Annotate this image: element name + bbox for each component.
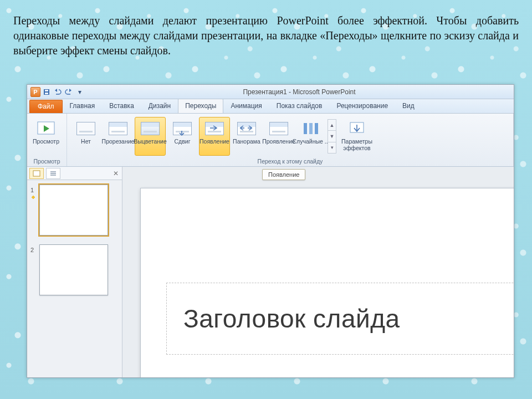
svg-rect-2	[45, 93, 48, 94]
group-label-preview: Просмотр	[27, 157, 66, 166]
slide-number: 1	[30, 186, 36, 193]
tab-file[interactable]: Файл	[29, 100, 63, 113]
transition-cut-icon	[107, 120, 129, 137]
ribbon-group-preview: Просмотр Просмотр	[27, 114, 67, 166]
slides-tab-icon[interactable]	[29, 168, 44, 179]
ribbon: Просмотр Просмотр Нет Прорезание Выцвета…	[27, 114, 514, 167]
slide-panel-tabs: ✕	[27, 167, 122, 180]
outline-tab-icon[interactable]	[46, 168, 60, 179]
transition-split[interactable]: Панорама	[231, 117, 262, 156]
tab-home[interactable]: Главная	[63, 99, 103, 113]
transition-label: Проявление	[262, 139, 295, 145]
preview-button-label: Просмотр	[33, 139, 59, 145]
title-placeholder[interactable]: Заголовок слайда	[166, 283, 514, 355]
redo-icon[interactable]	[64, 87, 74, 97]
instruction-caption: Переходы между слайдами делают презентац…	[13, 13, 519, 58]
app-icon[interactable]: P	[30, 87, 40, 97]
tab-transitions[interactable]: Переходы	[178, 99, 223, 113]
transition-label: Прорезание	[102, 139, 135, 145]
effect-options-button[interactable]: Параметры эффектов	[337, 117, 376, 156]
transition-reveal-icon	[268, 120, 290, 137]
slide-canvas[interactable]: Заголовок слайда	[140, 188, 514, 377]
transition-random-icon	[300, 120, 322, 137]
transition-none[interactable]: Нет	[70, 117, 101, 156]
slide-indicator: 1	[30, 185, 36, 236]
slide-panel: ✕ 1 2	[27, 167, 122, 377]
svg-rect-1	[45, 90, 48, 91]
transition-label: Случайные ...	[293, 139, 330, 145]
group-label-transitions: Переход к этому слайду	[67, 157, 513, 166]
slide-number: 2	[30, 245, 36, 253]
transition-fade-icon	[139, 120, 161, 137]
tab-animation[interactable]: Анимация	[223, 99, 269, 113]
svg-rect-8	[33, 171, 40, 176]
transition-fade[interactable]: Выцветание	[135, 117, 166, 156]
tab-insert[interactable]: Вставка	[102, 99, 141, 113]
transition-label: Появление	[200, 139, 229, 145]
slide-thumbnails: 1 2	[27, 180, 122, 377]
slide-indicator: 2	[30, 244, 36, 295]
slide-thumbnail-1[interactable]: 1	[30, 185, 119, 236]
quick-access-toolbar: P ▾	[27, 87, 85, 97]
svg-rect-6	[315, 123, 318, 134]
panel-close-icon[interactable]: ✕	[113, 170, 119, 177]
title-bar: P ▾ Презентация1 - Microsoft PowerPoint	[27, 85, 514, 99]
ribbon-tabs: Файл Главная Вставка Дизайн Переходы Ани…	[27, 99, 514, 114]
transition-label: Панорама	[233, 139, 260, 145]
qat-customize-icon[interactable]: ▾	[75, 87, 85, 97]
tab-slideshow[interactable]: Показ слайдов	[269, 99, 330, 113]
transition-appear-icon	[203, 120, 226, 137]
transition-none-icon	[75, 120, 97, 137]
transition-split-icon	[236, 120, 258, 137]
powerpoint-window: P ▾ Презентация1 - Microsoft PowerPoint …	[27, 84, 514, 378]
undo-icon[interactable]	[53, 87, 63, 97]
svg-rect-4	[304, 123, 307, 134]
preview-button[interactable]: Просмотр	[30, 117, 62, 156]
transition-cut[interactable]: Прорезание	[103, 117, 134, 156]
effect-options-icon	[346, 120, 368, 137]
transition-indicator-icon	[30, 195, 36, 200]
tab-design[interactable]: Дизайн	[141, 99, 178, 113]
preview-icon	[35, 120, 57, 137]
transition-tooltip: Появление	[262, 169, 305, 180]
tab-review[interactable]: Рецензирование	[329, 99, 395, 113]
transition-reveal[interactable]: Проявление	[263, 117, 294, 156]
effect-options-label: Параметры эффектов	[338, 139, 376, 151]
tab-view[interactable]: Вид	[395, 99, 422, 113]
transition-label: Нет	[81, 139, 91, 145]
title-placeholder-text: Заголовок слайда	[183, 304, 400, 334]
ribbon-group-transitions: Нет Прорезание Выцветание Сдвиг	[67, 114, 514, 166]
transition-appear[interactable]: Появление	[199, 117, 230, 156]
slide-editor: Появление Заголовок слайда	[122, 167, 514, 377]
transition-random[interactable]: Случайные ...	[295, 117, 326, 156]
transition-label: Выцветание	[134, 139, 167, 145]
gallery-scroll[interactable]: ▲ ▼ ▾	[328, 119, 336, 154]
slide-mini[interactable]	[39, 185, 108, 236]
transition-label: Сдвиг	[175, 139, 191, 145]
window-title: Презентация1 - Microsoft PowerPoint	[85, 88, 514, 96]
transition-push-icon	[171, 120, 193, 137]
slide-thumbnail-2[interactable]: 2	[30, 244, 119, 295]
transition-push[interactable]: Сдвиг	[167, 117, 198, 156]
workspace: ✕ 1 2 Появление	[27, 167, 514, 377]
svg-rect-5	[309, 123, 313, 134]
save-icon[interactable]	[42, 87, 52, 97]
slide-mini[interactable]	[39, 244, 108, 295]
